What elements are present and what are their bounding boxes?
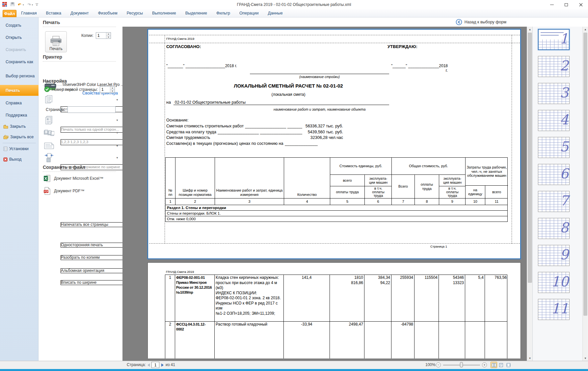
nav-save-as[interactable]: Сохранить как xyxy=(0,58,39,66)
zoom-in-button[interactable]: + xyxy=(482,362,487,367)
collate-option[interactable]: Разобрать по копиям1,2,3 1,2,3 1,2,3 ▼ xyxy=(43,127,119,138)
thumbnail-page-9[interactable]: 9 xyxy=(538,245,570,266)
scroll-up-icon[interactable]: ▲ xyxy=(527,27,533,32)
view-fit-page-button[interactable] xyxy=(505,362,512,368)
title-bar: ▾ ▾ ▾ ГРАНД-Смета 2019 - 02-01-02 Общест… xyxy=(0,0,588,9)
nav-help[interactable]: Справка xyxy=(0,99,39,107)
thumbnails-scrollbar[interactable]: ▲ ▼ xyxy=(582,27,588,361)
nav-save[interactable]: Сохранить xyxy=(0,46,39,54)
nav-settings[interactable]: Установки xyxy=(0,145,39,153)
thumbnail-page-11[interactable]: 11 xyxy=(538,299,570,320)
fit-width-option[interactable]: Вписать по ширинеУместить содержимое по … xyxy=(43,152,119,163)
save-excel-button[interactable]: Документ Microsoft Excel™ xyxy=(43,175,103,182)
print-range-option[interactable]: Напечатать все страницыВсе сразу ▼ xyxy=(43,94,119,105)
pages-label: Страницы: xyxy=(46,107,66,112)
nav-create[interactable]: Создать xyxy=(0,21,39,29)
save-to-file-header: Сохранить в файл xyxy=(43,165,116,172)
doc-wage-line: Средства на оплату труда________________… xyxy=(166,130,343,134)
nav-print[interactable]: Печать xyxy=(0,85,39,96)
close-button[interactable] xyxy=(574,0,588,9)
nav-exit[interactable]: Выход xyxy=(0,155,39,163)
thumbnail-page-10[interactable]: 10 xyxy=(538,272,570,293)
window-bottom-border xyxy=(0,369,588,371)
first-page-down-icon[interactable]: ▼ xyxy=(110,90,115,93)
thumbnails-scrollbar-thumb[interactable] xyxy=(583,33,587,316)
column-number-row: 12 34 56 78 910 11 xyxy=(166,198,507,205)
first-page-up-icon[interactable]: ▲ xyxy=(110,87,115,90)
tab-operacii[interactable]: Операции xyxy=(235,10,263,17)
orientation-option[interactable]: Альбомная ориентация ▼ xyxy=(43,141,119,151)
nav-close[interactable]: Закрыть xyxy=(0,122,39,130)
fit-width-dropdown-icon[interactable]: ▼ xyxy=(116,156,119,159)
current-page-input[interactable] xyxy=(151,362,159,368)
folders-icon xyxy=(3,135,9,139)
maximize-button[interactable] xyxy=(559,0,574,9)
table-row: 2 ФССЦ-04.3.01.12-0002 Раствор готовый к… xyxy=(165,322,507,358)
nav-support[interactable]: Поддержка xyxy=(0,111,39,119)
tab-resursy[interactable]: Ресурсы xyxy=(122,10,147,17)
copies-up-icon[interactable]: ▲ xyxy=(106,33,111,36)
copies-down-icon[interactable]: ▼ xyxy=(106,36,111,39)
tab-vydelenie[interactable]: Выделение xyxy=(181,10,212,17)
print-preview-area[interactable]: ГРАНД-Смета 2019 СОГЛАСОВАНО: УТВЕРЖДАЮ:… xyxy=(122,27,527,361)
first-page-input[interactable] xyxy=(100,87,110,93)
two-pages-icon xyxy=(492,363,496,367)
view-two-pages-button[interactable] xyxy=(491,362,497,368)
thumbnail-page-2[interactable]: 2 xyxy=(538,56,570,77)
tab-file[interactable]: Файл xyxy=(3,10,16,17)
minimize-button[interactable] xyxy=(545,0,559,9)
thumbnail-page-4[interactable]: 4 xyxy=(538,110,570,131)
first-page-label: Номер первой страницы: xyxy=(52,87,98,92)
duplex-dropdown-icon[interactable]: ▼ xyxy=(116,119,119,122)
scroll-down-icon[interactable]: ▼ xyxy=(527,356,533,361)
thumbnail-page-8[interactable]: 8 xyxy=(538,218,570,239)
zoom-out-button[interactable]: − xyxy=(436,362,441,367)
tab-vstavka[interactable]: Вставка xyxy=(41,10,66,17)
nav-close-all[interactable]: Закрыть все xyxy=(0,133,39,141)
thumbnail-page-6[interactable]: 6 xyxy=(538,164,570,185)
col-header-unit-cost: Стоимость единицы, руб. xyxy=(330,158,391,175)
nav-open[interactable]: Открыть xyxy=(0,34,39,41)
app-window: ▾ ▾ ▾ ГРАНД-Смета 2019 - 02-01-02 Общест… xyxy=(0,0,588,371)
preview-scrollbar[interactable]: ▲ ▼ xyxy=(527,27,532,361)
next-page-icon[interactable] xyxy=(161,363,164,367)
print-range-dropdown-icon[interactable]: ▼ xyxy=(116,98,119,101)
redo-button[interactable]: ▾ xyxy=(27,3,33,7)
save-icon[interactable] xyxy=(10,2,15,8)
pages-input[interactable] xyxy=(67,106,116,113)
undo-button[interactable]: ▾ xyxy=(17,3,24,7)
copies-input[interactable] xyxy=(96,33,106,39)
estimate-rows-table: 1 ФЕР08-02-001-01 Приказ Минстроя России… xyxy=(165,275,507,358)
zoom-slider-thumb[interactable] xyxy=(460,362,463,367)
printer-icon xyxy=(50,36,62,46)
customize-qat-icon[interactable]: ▾ xyxy=(36,4,38,6)
tab-glavnaya[interactable]: Главная xyxy=(16,10,41,17)
thumb-scroll-down-icon[interactable]: ▼ xyxy=(583,356,588,361)
tab-filtr[interactable]: Фильтр xyxy=(212,10,235,17)
save-pdf-button[interactable]: Документ PDF™ xyxy=(43,187,85,195)
prev-page-icon[interactable] xyxy=(147,363,150,367)
status-bar: Страница: из 41 100% − + xyxy=(0,361,588,369)
duplex-option[interactable]: Односторонняя печатьПечать только на одн… xyxy=(43,115,119,125)
nav-region-select[interactable]: Выбор региона xyxy=(0,69,39,83)
print-button[interactable]: Печать xyxy=(45,31,67,52)
thumb-scroll-up-icon[interactable]: ▲ xyxy=(583,27,588,32)
doc-cost-line: Сметная стоимость строительных работ____… xyxy=(166,124,343,128)
thumbnail-page-1[interactable]: 1 xyxy=(538,29,570,50)
preview-toolbar: Назад к выбору форм xyxy=(122,17,588,27)
preview-scrollbar-thumb[interactable] xyxy=(528,33,532,283)
thumbnail-page-7[interactable]: 7 xyxy=(538,191,570,212)
tab-dannye[interactable]: Данные xyxy=(263,10,287,17)
orientation-dropdown-icon[interactable]: ▼ xyxy=(116,145,119,147)
tab-fizobem[interactable]: Физобъем xyxy=(94,10,122,17)
back-to-forms-link[interactable]: Назад к выбору форм xyxy=(456,19,506,25)
tab-dokument[interactable]: Документ xyxy=(66,10,93,17)
tab-vypolnenie[interactable]: Выполнение xyxy=(147,10,181,17)
collate-dropdown-icon[interactable]: ▼ xyxy=(116,131,119,134)
view-single-page-button[interactable] xyxy=(498,362,504,368)
thumbnail-page-3[interactable]: 3 xyxy=(538,83,570,104)
window-title: ГРАНД-Смета 2019 - 02-01-02 Общестроител… xyxy=(237,2,351,7)
doc-title: ЛОКАЛЬНЫЙ СМЕТНЫЙ РАСЧЕТ № 02-01-02 xyxy=(166,83,411,89)
table-row: 1 ФЕР08-02-001-01 Приказ Минстроя России… xyxy=(165,275,507,322)
thumbnail-page-5[interactable]: 5 xyxy=(538,137,570,158)
